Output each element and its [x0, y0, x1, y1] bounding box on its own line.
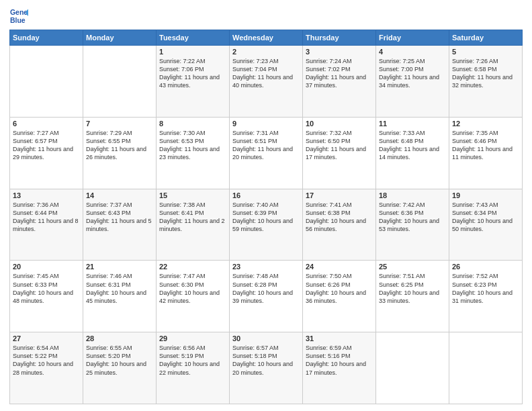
cell-info: Sunrise: 7:37 AM Sunset: 6:43 PM Dayligh… [86, 201, 153, 234]
day-number: 11 [379, 120, 446, 128]
day-number: 29 [159, 334, 226, 342]
cell-info: Sunrise: 7:51 AM Sunset: 6:25 PM Dayligh… [379, 272, 446, 305]
day-cell: 1Sunrise: 7:22 AM Sunset: 7:06 PM Daylig… [157, 46, 230, 118]
cell-info: Sunrise: 7:29 AM Sunset: 6:55 PM Dayligh… [86, 129, 153, 162]
weekday-header-row: SundayMondayTuesdayWednesdayThursdayFrid… [10, 30, 523, 46]
weekday-wednesday: Wednesday [230, 30, 303, 46]
day-number: 25 [379, 263, 446, 271]
day-cell: 7Sunrise: 7:29 AM Sunset: 6:55 PM Daylig… [83, 117, 157, 189]
cell-info: Sunrise: 7:26 AM Sunset: 6:58 PM Dayligh… [452, 57, 519, 90]
cell-info: Sunrise: 7:45 AM Sunset: 6:33 PM Dayligh… [13, 272, 80, 305]
cell-info: Sunrise: 6:55 AM Sunset: 5:20 PM Dayligh… [86, 344, 153, 377]
day-cell: 17Sunrise: 7:41 AM Sunset: 6:38 PM Dayli… [303, 189, 376, 261]
cell-info: Sunrise: 7:33 AM Sunset: 6:48 PM Dayligh… [379, 129, 446, 162]
day-cell: 21Sunrise: 7:46 AM Sunset: 6:31 PM Dayli… [83, 261, 157, 332]
day-cell: 8Sunrise: 7:30 AM Sunset: 6:53 PM Daylig… [157, 117, 230, 189]
cell-info: Sunrise: 7:32 AM Sunset: 6:50 PM Dayligh… [306, 129, 373, 162]
day-number: 14 [86, 191, 153, 199]
cell-info: Sunrise: 7:25 AM Sunset: 7:00 PM Dayligh… [379, 57, 446, 90]
day-number: 27 [13, 334, 80, 342]
day-cell: 31Sunrise: 6:59 AM Sunset: 5:16 PM Dayli… [303, 332, 376, 404]
cell-info: Sunrise: 7:42 AM Sunset: 6:36 PM Dayligh… [379, 201, 446, 234]
day-cell: 19Sunrise: 7:43 AM Sunset: 6:34 PM Dayli… [449, 189, 523, 261]
cell-info: Sunrise: 7:30 AM Sunset: 6:53 PM Dayligh… [159, 129, 226, 162]
day-number: 30 [232, 334, 300, 342]
day-cell: 27Sunrise: 6:54 AM Sunset: 5:22 PM Dayli… [10, 332, 83, 404]
day-cell: 4Sunrise: 7:25 AM Sunset: 7:00 PM Daylig… [376, 46, 449, 118]
cell-info: Sunrise: 7:31 AM Sunset: 6:51 PM Dayligh… [232, 129, 300, 162]
day-number: 4 [379, 48, 446, 56]
day-number: 23 [232, 263, 300, 271]
weekday-thursday: Thursday [303, 30, 376, 46]
day-number: 1 [159, 48, 226, 56]
svg-text:Blue: Blue [10, 16, 26, 24]
day-cell [10, 46, 83, 118]
day-cell [449, 332, 523, 404]
cell-info: Sunrise: 7:24 AM Sunset: 7:02 PM Dayligh… [306, 57, 373, 90]
day-cell: 14Sunrise: 7:37 AM Sunset: 6:43 PM Dayli… [83, 189, 157, 261]
day-cell: 5Sunrise: 7:26 AM Sunset: 6:58 PM Daylig… [449, 46, 523, 118]
cell-info: Sunrise: 6:57 AM Sunset: 5:18 PM Dayligh… [232, 344, 300, 377]
day-number: 18 [379, 191, 446, 199]
day-number: 28 [86, 334, 153, 342]
cell-info: Sunrise: 7:41 AM Sunset: 6:38 PM Dayligh… [306, 201, 373, 234]
cell-info: Sunrise: 7:35 AM Sunset: 6:46 PM Dayligh… [452, 129, 519, 162]
day-cell: 16Sunrise: 7:40 AM Sunset: 6:39 PM Dayli… [230, 189, 303, 261]
day-number: 6 [13, 120, 80, 128]
day-cell: 11Sunrise: 7:33 AM Sunset: 6:48 PM Dayli… [376, 117, 449, 189]
day-number: 26 [452, 263, 519, 271]
day-cell: 30Sunrise: 6:57 AM Sunset: 5:18 PM Dayli… [230, 332, 303, 404]
day-cell: 10Sunrise: 7:32 AM Sunset: 6:50 PM Dayli… [303, 117, 376, 189]
cell-info: Sunrise: 7:43 AM Sunset: 6:34 PM Dayligh… [452, 201, 519, 234]
day-number: 31 [306, 334, 373, 342]
day-number: 9 [232, 120, 300, 128]
day-number: 3 [306, 48, 373, 56]
weekday-sunday: Sunday [10, 30, 83, 46]
calendar-table: SundayMondayTuesdayWednesdayThursdayFrid… [9, 30, 523, 404]
day-cell: 6Sunrise: 7:27 AM Sunset: 6:57 PM Daylig… [10, 117, 83, 189]
day-number: 19 [452, 191, 519, 199]
svg-text:General: General [10, 8, 28, 16]
day-number: 5 [452, 48, 519, 56]
day-number: 22 [159, 263, 226, 271]
logo: General Blue [9, 7, 31, 26]
week-row-3: 13Sunrise: 7:36 AM Sunset: 6:44 PM Dayli… [10, 189, 523, 261]
day-cell: 20Sunrise: 7:45 AM Sunset: 6:33 PM Dayli… [10, 261, 83, 332]
cell-info: Sunrise: 7:52 AM Sunset: 6:23 PM Dayligh… [452, 272, 519, 305]
day-cell [83, 46, 157, 118]
day-number: 13 [13, 191, 80, 199]
logo-icon: General Blue [9, 7, 28, 26]
day-number: 15 [159, 191, 226, 199]
day-cell: 9Sunrise: 7:31 AM Sunset: 6:51 PM Daylig… [230, 117, 303, 189]
day-cell: 3Sunrise: 7:24 AM Sunset: 7:02 PM Daylig… [303, 46, 376, 118]
day-number: 12 [452, 120, 519, 128]
day-number: 20 [13, 263, 80, 271]
cell-info: Sunrise: 6:59 AM Sunset: 5:16 PM Dayligh… [306, 344, 373, 377]
weekday-friday: Friday [376, 30, 449, 46]
day-number: 16 [232, 191, 300, 199]
cell-info: Sunrise: 7:47 AM Sunset: 6:30 PM Dayligh… [159, 272, 226, 305]
weekday-tuesday: Tuesday [157, 30, 230, 46]
day-cell [376, 332, 449, 404]
day-cell: 28Sunrise: 6:55 AM Sunset: 5:20 PM Dayli… [83, 332, 157, 404]
week-row-2: 6Sunrise: 7:27 AM Sunset: 6:57 PM Daylig… [10, 117, 523, 189]
cell-info: Sunrise: 7:48 AM Sunset: 6:28 PM Dayligh… [232, 272, 300, 305]
day-cell: 18Sunrise: 7:42 AM Sunset: 6:36 PM Dayli… [376, 189, 449, 261]
cell-info: Sunrise: 7:22 AM Sunset: 7:06 PM Dayligh… [159, 57, 226, 90]
day-number: 24 [306, 263, 373, 271]
day-number: 17 [306, 191, 373, 199]
day-cell: 25Sunrise: 7:51 AM Sunset: 6:25 PM Dayli… [376, 261, 449, 332]
day-cell: 2Sunrise: 7:23 AM Sunset: 7:04 PM Daylig… [230, 46, 303, 118]
cell-info: Sunrise: 7:50 AM Sunset: 6:26 PM Dayligh… [306, 272, 373, 305]
day-cell: 22Sunrise: 7:47 AM Sunset: 6:30 PM Dayli… [157, 261, 230, 332]
cell-info: Sunrise: 7:46 AM Sunset: 6:31 PM Dayligh… [86, 272, 153, 305]
cell-info: Sunrise: 7:38 AM Sunset: 6:41 PM Dayligh… [159, 201, 226, 234]
week-row-1: 1Sunrise: 7:22 AM Sunset: 7:06 PM Daylig… [10, 46, 523, 118]
weekday-saturday: Saturday [449, 30, 523, 46]
weekday-monday: Monday [83, 30, 157, 46]
day-number: 7 [86, 120, 153, 128]
day-cell: 12Sunrise: 7:35 AM Sunset: 6:46 PM Dayli… [449, 117, 523, 189]
day-cell: 24Sunrise: 7:50 AM Sunset: 6:26 PM Dayli… [303, 261, 376, 332]
day-cell: 13Sunrise: 7:36 AM Sunset: 6:44 PM Dayli… [10, 189, 83, 261]
day-cell: 23Sunrise: 7:48 AM Sunset: 6:28 PM Dayli… [230, 261, 303, 332]
